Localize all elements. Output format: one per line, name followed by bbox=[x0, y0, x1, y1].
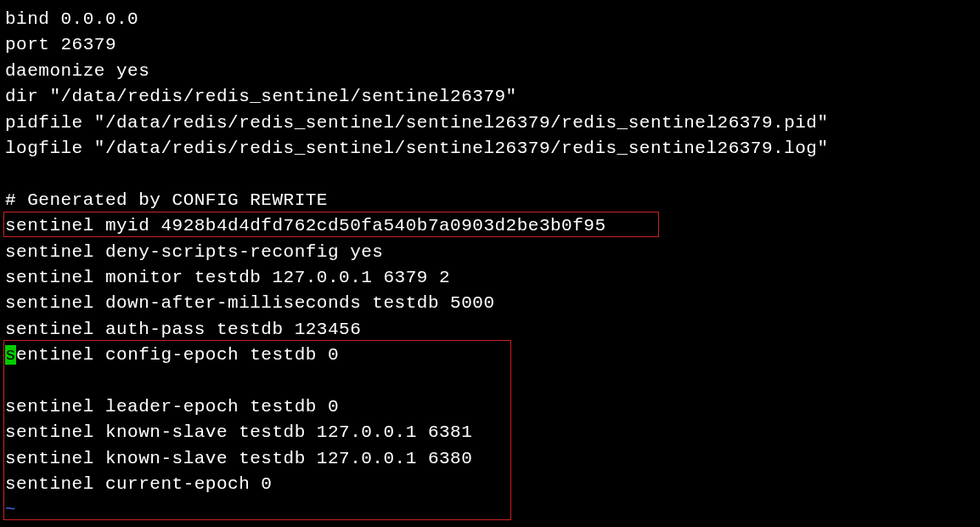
config-line-daemonize: daemonize yes bbox=[5, 59, 975, 84]
blank-line bbox=[5, 162, 975, 188]
blank-line bbox=[5, 369, 975, 394]
config-line-bind: bind 0.0.0.0 bbox=[5, 7, 975, 32]
config-line-down-after: sentinel down-after-milliseconds testdb … bbox=[5, 291, 975, 316]
config-line-known-slave-2: sentinel known-slave testdb 127.0.0.1 63… bbox=[5, 446, 975, 472]
editor-cursor: s bbox=[5, 345, 16, 365]
config-line-comment: # Generated by CONFIG REWRITE bbox=[5, 188, 975, 213]
config-line-logfile: logfile "/data/redis/redis_sentinel/sent… bbox=[5, 136, 975, 162]
config-line-config-epoch: sentinel config-epoch testdb 0 bbox=[5, 343, 975, 368]
config-line-current-epoch: sentinel current-epoch 0 bbox=[5, 472, 975, 497]
config-line-myid: sentinel myid 4928b4d4dfd762cd50fa540b7a… bbox=[5, 213, 975, 239]
config-line-deny-scripts: sentinel deny-scripts-reconfig yes bbox=[5, 240, 975, 265]
vim-empty-line-marker: ~ bbox=[5, 497, 975, 523]
config-line-known-slave-1: sentinel known-slave testdb 127.0.0.1 63… bbox=[5, 420, 975, 445]
config-line-monitor: sentinel monitor testdb 127.0.0.1 6379 2 bbox=[5, 265, 975, 291]
config-line-port: port 26379 bbox=[5, 32, 975, 58]
config-line-leader-epoch: sentinel leader-epoch testdb 0 bbox=[5, 394, 975, 420]
config-line-dir: dir "/data/redis/redis_sentinel/sentinel… bbox=[5, 84, 975, 110]
config-line-pidfile: pidfile "/data/redis/redis_sentinel/sent… bbox=[5, 110, 975, 136]
config-epoch-text: entinel config-epoch testdb 0 bbox=[16, 345, 339, 365]
config-line-auth-pass: sentinel auth-pass testdb 123456 bbox=[5, 317, 975, 343]
